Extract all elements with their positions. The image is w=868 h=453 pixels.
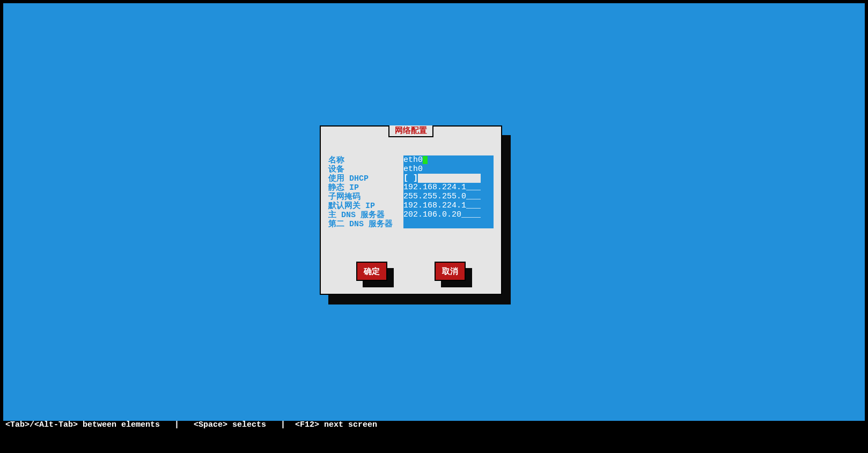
input-gateway[interactable]: 192.168.224.1___	[403, 201, 494, 210]
row-secondary-dns: 第二 DNS 服务器	[328, 219, 494, 228]
input-secondary-dns[interactable]	[403, 219, 494, 228]
row-device: 设备 eth0	[328, 165, 494, 174]
input-name[interactable]: eth0	[403, 155, 494, 165]
row-use-dhcp: 使用 DHCP [ ]	[328, 174, 494, 183]
network-config-dialog: 网络配置 名称 eth0 设备 eth0 使用 DHCP [ ] 静态 IP 1…	[320, 125, 502, 295]
dialog-title: 网络配置	[388, 125, 433, 137]
row-static-ip: 静态 IP 192.168.224.1___	[328, 183, 494, 192]
checkbox-use-dhcp[interactable]: [ ]	[403, 174, 494, 183]
cancel-button[interactable]: 取消	[435, 262, 466, 281]
input-primary-dns[interactable]: 202.106.0.20____	[403, 210, 494, 219]
row-netmask: 子网掩码 255.255.255.0___	[328, 192, 494, 201]
label-secondary-dns: 第二 DNS 服务器	[328, 219, 403, 229]
text-cursor-icon	[423, 156, 428, 164]
row-name: 名称 eth0	[328, 155, 494, 165]
input-device[interactable]: eth0	[403, 165, 494, 174]
terminal-screen: 网络配置 名称 eth0 设备 eth0 使用 DHCP [ ] 静态 IP 1…	[0, 0, 868, 453]
input-netmask[interactable]: 255.255.255.0___	[403, 192, 494, 201]
form-area: 名称 eth0 设备 eth0 使用 DHCP [ ] 静态 IP 192.16…	[328, 155, 494, 228]
status-bar: <Tab>/<Alt-Tab> between elements | <Spac…	[5, 420, 377, 429]
row-gateway: 默认网关 IP 192.168.224.1___	[328, 201, 494, 210]
ok-button[interactable]: 确定	[356, 262, 387, 281]
dialog-button-row: 确定 取消	[321, 262, 501, 281]
row-primary-dns: 主 DNS 服务器 202.106.0.20____	[328, 210, 494, 219]
input-static-ip[interactable]: 192.168.224.1___	[403, 183, 494, 192]
